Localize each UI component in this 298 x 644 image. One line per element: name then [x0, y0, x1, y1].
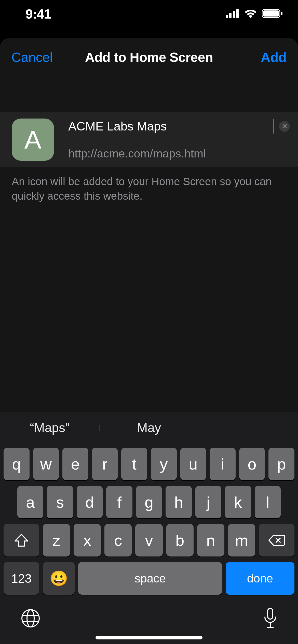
title-input[interactable]: ACME Labs Maps: [68, 119, 273, 133]
field-divider: [68, 140, 290, 140]
key-d[interactable]: d: [77, 486, 103, 518]
home-indicator[interactable]: [96, 636, 202, 639]
key-v[interactable]: v: [135, 524, 162, 557]
emoji-icon: 😀: [50, 570, 68, 587]
keyboard-suggestions: “Maps” May: [0, 412, 298, 444]
key-i[interactable]: i: [210, 448, 236, 480]
svg-rect-0: [226, 15, 228, 18]
globe-icon[interactable]: [20, 608, 41, 630]
shift-icon: [14, 533, 29, 547]
add-to-home-sheet: Cancel Add to Home Screen Add A ACME Lab…: [0, 38, 298, 644]
key-o[interactable]: o: [239, 448, 265, 480]
cellular-icon: [226, 9, 239, 19]
sheet-header: Cancel Add to Home Screen Add: [0, 38, 298, 78]
key-f[interactable]: f: [106, 486, 132, 518]
suggestion-2[interactable]: May: [99, 420, 199, 435]
url-display: http://acme.com/maps.html: [68, 147, 290, 160]
add-button[interactable]: Add: [261, 50, 287, 65]
mic-icon[interactable]: [263, 607, 278, 630]
key-s[interactable]: s: [47, 486, 73, 518]
svg-rect-5: [263, 10, 279, 17]
key-t[interactable]: t: [121, 448, 147, 480]
key-z[interactable]: z: [43, 524, 70, 557]
key-h[interactable]: h: [166, 486, 192, 518]
key-m[interactable]: m: [228, 524, 255, 557]
key-k[interactable]: k: [225, 486, 251, 518]
key-done[interactable]: done: [226, 562, 294, 595]
status-bar: 9:41: [0, 0, 298, 28]
key-shift[interactable]: [4, 524, 39, 557]
suggestion-1[interactable]: “Maps”: [0, 420, 99, 435]
svg-point-8: [27, 610, 34, 627]
key-emoji[interactable]: 😀: [43, 562, 75, 595]
cancel-button[interactable]: Cancel: [11, 50, 53, 65]
key-c[interactable]: c: [104, 524, 132, 557]
key-space[interactable]: space: [78, 562, 222, 595]
clear-text-button[interactable]: ✕: [279, 121, 290, 132]
close-icon: ✕: [282, 122, 288, 130]
key-j[interactable]: j: [195, 486, 221, 518]
text-cursor: [273, 119, 274, 134]
svg-point-7: [22, 610, 39, 627]
key-b[interactable]: b: [166, 524, 194, 557]
svg-rect-2: [233, 11, 235, 18]
key-q[interactable]: q: [4, 448, 30, 480]
battery-icon: [262, 9, 283, 19]
key-numbers[interactable]: 123: [4, 562, 39, 595]
key-a[interactable]: a: [17, 486, 43, 518]
sheet-title: Add to Home Screen: [85, 50, 213, 65]
key-w[interactable]: w: [33, 448, 59, 480]
key-l[interactable]: l: [255, 486, 281, 518]
key-u[interactable]: u: [180, 448, 206, 480]
footer-note: An icon will be added to your Home Scree…: [0, 167, 298, 203]
svg-rect-3: [236, 9, 239, 18]
key-p[interactable]: p: [268, 448, 294, 480]
status-indicators: [226, 9, 283, 19]
bookmark-form: A ACME Labs Maps ✕ http://acme.com/maps.…: [0, 112, 298, 167]
app-icon-preview: A: [12, 119, 54, 161]
key-n[interactable]: n: [197, 524, 224, 557]
key-backspace[interactable]: [259, 524, 294, 557]
svg-rect-1: [229, 13, 232, 18]
wifi-icon: [244, 9, 257, 19]
key-e[interactable]: e: [62, 448, 88, 480]
svg-rect-6: [281, 12, 282, 15]
key-r[interactable]: r: [92, 448, 118, 480]
key-g[interactable]: g: [136, 486, 162, 518]
status-time: 9:41: [25, 6, 51, 22]
key-y[interactable]: y: [151, 448, 177, 480]
svg-rect-11: [268, 608, 273, 619]
backspace-icon: [268, 534, 285, 546]
system-keyboard: “Maps” May q w e r t y u i o p a s d f: [0, 412, 298, 644]
key-x[interactable]: x: [74, 524, 101, 557]
